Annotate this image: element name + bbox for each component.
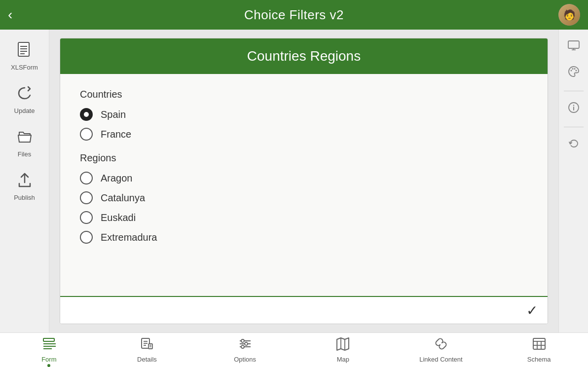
svg-rect-15	[43, 338, 54, 341]
app-title: Choice Filters v2	[244, 7, 344, 23]
country-spain[interactable]: Spain	[80, 108, 528, 121]
radio-extremadura[interactable]	[80, 231, 93, 244]
region-extremadura-label: Extremadura	[101, 232, 157, 243]
form-card-header: Countries Regions	[60, 38, 548, 74]
sidebar-files-label: Files	[18, 150, 31, 158]
radio-spain[interactable]	[80, 108, 93, 121]
region-euskadi[interactable]: Euskadi	[80, 211, 528, 224]
svg-point-10	[574, 68, 575, 70]
svg-rect-23	[148, 344, 152, 349]
region-aragon[interactable]: Aragon	[80, 172, 528, 184]
tab-options-label: Options	[234, 356, 256, 363]
palette-icon[interactable]	[567, 65, 580, 81]
undo-icon[interactable]	[567, 137, 580, 153]
monitor-icon[interactable]	[567, 39, 580, 55]
svg-rect-35	[533, 338, 545, 349]
info-icon[interactable]	[567, 101, 580, 117]
right-sidebar	[558, 30, 588, 332]
sidebar-item-files[interactable]: Files	[0, 121, 49, 165]
schema-tab-icon	[532, 337, 546, 354]
publish-icon	[16, 172, 33, 191]
country-france[interactable]: France	[80, 128, 528, 141]
back-button[interactable]: ‹	[8, 8, 12, 22]
linked-content-tab-icon	[434, 337, 448, 354]
region-aragon-label: Aragon	[101, 173, 133, 184]
tab-form[interactable]: Form	[24, 337, 74, 363]
sidebar-item-update[interactable]: Update	[0, 78, 49, 121]
form-title: Countries Regions	[247, 48, 361, 64]
region-extremadura[interactable]: Extremadura	[80, 231, 528, 244]
right-divider	[564, 91, 584, 91]
center-content: Countries Regions Countries Spain France…	[49, 30, 558, 332]
bottom-bar: Form Details	[0, 332, 588, 367]
top-bar: ‹ Choice Filters v2 🧑	[0, 0, 588, 30]
left-sidebar: XLSForm Update Files	[0, 30, 49, 332]
options-tab-icon	[238, 337, 252, 354]
tab-details[interactable]: Details	[122, 337, 172, 363]
svg-point-31	[241, 345, 244, 348]
form-card-footer: ✓	[60, 296, 548, 324]
tab-linked-content-label: Linked Content	[419, 356, 462, 363]
map-tab-icon	[336, 337, 350, 354]
confirm-button[interactable]: ✓	[526, 302, 538, 319]
tab-map[interactable]: Map	[318, 337, 368, 363]
xlsform-icon	[16, 41, 33, 61]
files-icon	[16, 128, 33, 147]
tab-options[interactable]: Options	[220, 337, 270, 363]
region-euskadi-label: Euskadi	[101, 212, 136, 223]
sidebar-xlsform-label: XLSForm	[11, 64, 38, 71]
sidebar-item-publish[interactable]: Publish	[0, 165, 49, 208]
svg-point-14	[573, 105, 574, 106]
regions-label: Regions	[80, 152, 528, 164]
radio-france[interactable]	[80, 128, 93, 141]
svg-point-30	[245, 342, 248, 345]
country-spain-label: Spain	[101, 109, 126, 120]
region-catalunya-label: Catalunya	[101, 192, 145, 204]
tab-schema-label: Schema	[527, 356, 551, 363]
avatar-image: 🧑	[558, 4, 580, 26]
form-tab-icon	[42, 337, 56, 354]
svg-rect-5	[568, 41, 579, 48]
active-indicator	[47, 364, 50, 367]
details-tab-icon	[140, 337, 154, 354]
right-divider-2	[564, 127, 584, 127]
form-card: Countries Regions Countries Spain France…	[60, 38, 548, 324]
svg-point-29	[241, 339, 244, 342]
sidebar-update-label: Update	[14, 107, 35, 114]
svg-point-11	[575, 70, 577, 72]
svg-marker-32	[337, 338, 349, 350]
radio-aragon[interactable]	[80, 172, 93, 184]
radio-euskadi[interactable]	[80, 211, 93, 224]
main-layout: XLSForm Update Files	[0, 30, 588, 332]
radio-catalunya[interactable]	[80, 191, 93, 204]
svg-point-9	[572, 68, 573, 70]
update-icon	[16, 85, 33, 104]
country-france-label: France	[101, 129, 131, 140]
tab-map-label: Map	[337, 356, 349, 363]
tab-schema[interactable]: Schema	[514, 337, 564, 363]
sidebar-publish-label: Publish	[14, 194, 35, 201]
countries-label: Countries	[80, 89, 528, 100]
avatar[interactable]: 🧑	[558, 4, 580, 26]
svg-point-8	[570, 70, 572, 72]
form-card-body: Countries Spain France Regions Aragon	[60, 74, 548, 296]
sidebar-item-xlsform[interactable]: XLSForm	[0, 35, 49, 78]
tab-details-label: Details	[137, 356, 157, 363]
tab-form-label: Form	[41, 356, 56, 363]
region-catalunya[interactable]: Catalunya	[80, 191, 528, 204]
tab-linked-content[interactable]: Linked Content	[416, 337, 466, 363]
